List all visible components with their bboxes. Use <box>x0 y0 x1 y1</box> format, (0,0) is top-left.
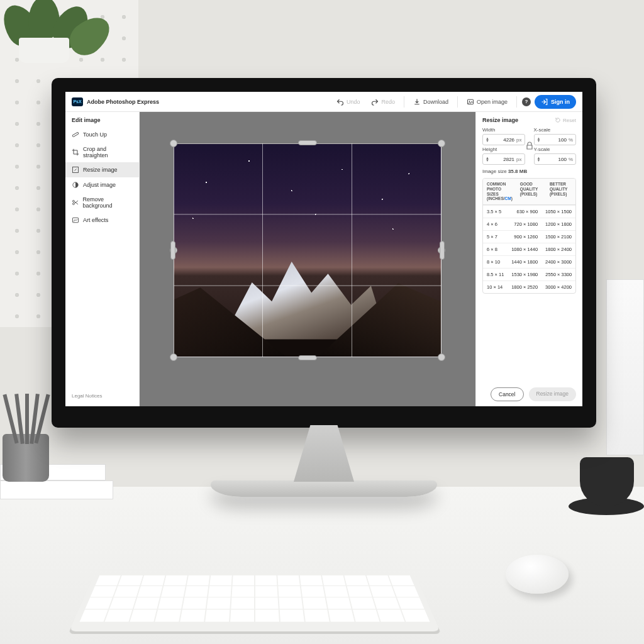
sidebar-item-art-effects[interactable]: Art effects <box>65 213 139 228</box>
stepper-icon[interactable]: ▲▼ <box>537 157 541 162</box>
resize-handle-top-left[interactable] <box>170 140 177 147</box>
stepper-icon[interactable]: ▲▼ <box>537 137 541 142</box>
image-frame[interactable] <box>174 143 441 357</box>
download-icon <box>413 98 421 106</box>
signin-button[interactable]: Sign in <box>535 95 576 109</box>
art-icon <box>72 216 79 224</box>
canvas[interactable] <box>140 112 475 406</box>
panel-title: Resize image <box>482 117 518 123</box>
sidebar-item-label: Remove background <box>82 196 133 209</box>
sidebar-item-label: Adjust image <box>83 182 116 188</box>
adjust-icon <box>72 181 79 189</box>
monitor-stand-base <box>211 480 437 497</box>
crop-icon <box>72 148 79 156</box>
resize-handle-top[interactable] <box>298 140 317 145</box>
svg-point-6 <box>72 203 74 205</box>
yscale-label: Y-scale <box>534 147 577 152</box>
download-button[interactable]: Download <box>409 96 452 108</box>
resize-handle-bottom[interactable] <box>298 355 317 360</box>
working-image[interactable] <box>174 143 441 357</box>
width-label: Width <box>482 127 525 133</box>
undo-button[interactable]: Undo <box>333 96 364 108</box>
mountain-illustration <box>174 233 441 357</box>
yscale-value: 100 <box>542 157 566 162</box>
width-value: 4226 <box>491 137 514 143</box>
resize-handle-bottom-left[interactable] <box>170 353 177 361</box>
table-row[interactable]: 5 × 7900 × 12601500 × 2100 <box>483 230 575 243</box>
pencil-cup <box>0 394 57 482</box>
keyboard <box>69 537 440 631</box>
apply-button[interactable]: Resize image <box>529 387 577 401</box>
sidebar-item-label: Touch Up <box>83 131 107 138</box>
resize-handle-left[interactable] <box>170 241 175 260</box>
resize-icon <box>72 166 79 174</box>
monitor-stand-neck <box>286 425 362 482</box>
table-row[interactable]: 8 × 101440 × 18002400 × 3000 <box>483 255 575 268</box>
resize-handle-bottom-right[interactable] <box>438 353 445 361</box>
resize-handle-top-right[interactable] <box>438 140 445 147</box>
cancel-button[interactable]: Cancel <box>491 387 523 401</box>
app-window: PsX Adobe Photoshop Express Undo Redo Do… <box>65 92 582 406</box>
reset-icon <box>555 117 561 123</box>
plant <box>0 0 101 63</box>
yscale-unit: % <box>569 157 573 162</box>
height-label: Height <box>482 147 525 152</box>
undo-icon <box>336 98 344 106</box>
topbar: PsX Adobe Photoshop Express Undo Redo Do… <box>65 92 582 112</box>
reset-button[interactable]: Reset <box>555 117 576 123</box>
monitor-bezel: PsX Adobe Photoshop Express Undo Redo Do… <box>52 78 596 428</box>
app-logo: PsX <box>72 97 83 106</box>
open-image-button[interactable]: Open image <box>463 96 511 108</box>
open-image-label: Open image <box>477 99 508 105</box>
undo-label: Undo <box>347 99 360 105</box>
stepper-icon[interactable]: ▲▼ <box>486 157 489 162</box>
bandage-icon <box>72 131 79 138</box>
image-icon <box>467 98 474 106</box>
sidebar: Edit image Touch Up Crop and straighten … <box>65 112 140 406</box>
xscale-value: 100 <box>542 137 566 143</box>
table-row[interactable]: 4 × 6720 × 10801200 × 1800 <box>483 218 575 230</box>
height-unit: px <box>516 157 521 162</box>
redo-label: Redo <box>381 99 395 105</box>
redo-button[interactable]: Redo <box>367 96 399 108</box>
signin-label: Sign in <box>551 99 570 105</box>
table-row[interactable]: 3.5 × 5630 × 9001050 × 1500 <box>483 205 575 218</box>
yscale-field[interactable]: ▲▼ 100 % <box>534 153 577 165</box>
width-field[interactable]: ▲▼ 4226 px <box>482 134 525 145</box>
sidebar-item-label: Art effects <box>83 217 108 223</box>
xscale-label: X-scale <box>534 127 577 133</box>
lock-aspect-icon[interactable] <box>526 142 533 150</box>
svg-rect-2 <box>72 132 79 137</box>
app-title: Adobe Photoshop Express <box>87 99 159 105</box>
monitor: PsX Adobe Photoshop Express Undo Redo Do… <box>52 78 596 497</box>
image-size: Image size 35.8 MB <box>482 169 576 174</box>
sidebar-item-resize[interactable]: Resize image <box>65 162 139 177</box>
svg-point-1 <box>469 101 470 102</box>
reset-label: Reset <box>563 118 576 123</box>
resize-handle-right[interactable] <box>440 241 445 260</box>
sidebar-item-remove-bg[interactable]: Remove background <box>65 192 139 213</box>
help-button[interactable]: ? <box>522 97 531 106</box>
signin-icon <box>541 98 548 106</box>
properties-panel: Resize image Reset Width ▲▼ 4226 <box>475 112 582 406</box>
sidebar-title: Edit image <box>65 117 139 127</box>
table-header: COMMON PHOTO SIZES (INCHES/CM) GOOD QUAL… <box>483 179 575 205</box>
sidebar-item-adjust[interactable]: Adjust image <box>65 177 139 192</box>
table-row[interactable]: 10 × 141800 × 25203000 × 4200 <box>483 280 575 293</box>
table-row[interactable]: 8.5 × 111530 × 19802550 × 3300 <box>483 268 575 280</box>
svg-point-5 <box>72 200 74 202</box>
scissors-icon <box>72 199 79 206</box>
height-field[interactable]: ▲▼ 2821 px <box>482 153 525 165</box>
sidebar-item-label: Resize image <box>83 167 118 173</box>
size-table: COMMON PHOTO SIZES (INCHES/CM) GOOD QUAL… <box>482 178 576 294</box>
table-row[interactable]: 6 × 81080 × 14401800 × 2400 <box>483 243 575 255</box>
sidebar-item-crop[interactable]: Crop and straighten <box>65 142 139 162</box>
sidebar-item-touch-up[interactable]: Touch Up <box>65 127 139 142</box>
xscale-field[interactable]: ▲▼ 100 % <box>534 134 577 145</box>
legal-notices-link[interactable]: Legal Notices <box>65 389 139 402</box>
mouse <box>506 555 569 594</box>
stepper-icon[interactable]: ▲▼ <box>486 137 489 142</box>
redo-icon <box>371 98 379 106</box>
storage-box <box>606 279 644 455</box>
sidebar-item-label: Crop and straighten <box>83 146 133 158</box>
